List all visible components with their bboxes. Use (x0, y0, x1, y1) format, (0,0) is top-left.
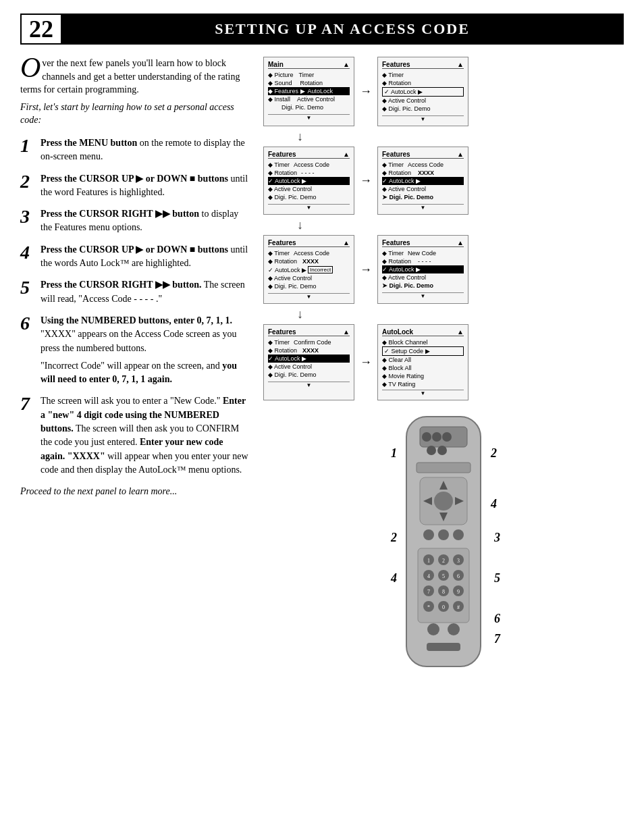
screen-f5-footer: ▼ (382, 292, 464, 299)
svg-text:7: 7 (494, 632, 501, 646)
screen-al-item3: ◆ Clear All (382, 356, 464, 364)
screen-f4-item2: ◆ Rotation XXXX (268, 257, 350, 265)
screen-main-item4: ◆ InstallActive Control (268, 95, 350, 103)
intro-paragraph2: First, let's start by learning how to se… (20, 101, 250, 127)
screen-f5-item4: ◆ Active Control (382, 273, 464, 282)
screen-f5-item3: ✓ AutoLock ▶ (382, 265, 464, 273)
svg-text:6: 6 (457, 573, 460, 579)
right-column: Main▲ ◆ PictureTimer ◆ SoundRotation ◆ F… (263, 57, 624, 687)
screen-f2-footer: ▼ (268, 204, 350, 211)
svg-point-16 (453, 529, 464, 540)
screen-main-item2: ◆ SoundRotation (268, 79, 350, 87)
screen-f6-item4: ◆ Active Control (268, 363, 350, 371)
main-content: O ver the next few panels you'll learn h… (20, 57, 624, 687)
svg-text:1: 1 (427, 558, 430, 564)
step6-title: Using the NUMBERED buttons, enter 0, 7, … (41, 315, 232, 325)
screen-features-3-title: Features▲ (382, 151, 464, 159)
screen-features-6: Features▲ ◆ Timer Confirm Code ◆ Rotatio… (263, 324, 354, 400)
step1-title: Press the MENU button (41, 138, 137, 148)
screen-row-4: Features▲ ◆ Timer Confirm Code ◆ Rotatio… (263, 324, 624, 400)
screen-f3-item4: ◆ Active Control (382, 185, 464, 193)
intro-text: O ver the next few panels you'll learn h… (20, 57, 250, 127)
page-header: 22 Setting Up an Access Code (20, 14, 624, 45)
svg-text:9: 9 (457, 589, 460, 595)
step-content-2: Press the CURSOR UP ▶ or DOWN ■ buttons … (41, 172, 250, 200)
screen-features-5-title: Features▲ (382, 239, 464, 247)
arrow-right-4: → (360, 324, 372, 400)
svg-text:*: * (427, 604, 430, 610)
svg-text:1: 1 (391, 446, 397, 460)
screen-f6-item5: ◆ Digi. Pic. Demo (268, 371, 350, 379)
step-number-5: 5 (20, 278, 35, 297)
bottom-text: Proceed to the next panel to learn more.… (20, 486, 250, 497)
step6-text: "XXXX" appears on the Access Code screen… (41, 329, 237, 352)
svg-text:4: 4 (490, 497, 497, 510)
screen-f4-item1: ◆ Timer Access Code (268, 249, 350, 257)
screen-features-4-title: Features▲ (268, 239, 350, 247)
svg-point-42 (427, 623, 439, 635)
screen-f1-item3: ✓ AutoLock ▶ (382, 87, 464, 97)
svg-text:3: 3 (493, 531, 500, 544)
svg-point-2 (422, 432, 431, 442)
svg-text:5: 5 (442, 573, 445, 579)
page-title: Setting Up an Access Code (215, 20, 470, 38)
screen-f1-item1: ◆ Timer (382, 71, 464, 79)
screen-al-item2: ✓ Setup Code ▶ (382, 346, 464, 356)
page-title-box: Setting Up an Access Code (62, 15, 622, 43)
screen-f5-item1: ◆ Timer New Code (382, 249, 464, 257)
screen-f2-item1: ◆ Timer Access Code (268, 161, 350, 169)
screen-f3-item1: ◆ Timer Access Code (382, 161, 464, 169)
step-number-7: 7 (20, 394, 35, 413)
remote-control-svg: 1 2 3 4 5 6 7 8 9 * 0 # 1 2 (369, 410, 518, 687)
steps-list: 1 Press the MENU button on the remote to… (20, 136, 250, 477)
screen-f1-item2: ◆ Rotation (382, 79, 464, 87)
step-4: 4 Press the CURSOR UP ▶ or DOWN ■ button… (20, 243, 250, 271)
svg-text:7: 7 (427, 589, 430, 595)
screen-f1-item5: ◆ Digi. Pic. Demo (382, 105, 464, 113)
svg-text:5: 5 (494, 571, 500, 585)
arrow-right-2: → (360, 147, 372, 215)
svg-text:4: 4 (427, 573, 430, 579)
step-content-1: Press the MENU button on the remote to d… (41, 136, 250, 164)
svg-point-43 (448, 623, 460, 635)
screen-features-2: Features▲ ◆ Timer Access Code ◆ Rotation… (263, 147, 354, 215)
remote-section: 1 2 3 4 5 6 7 8 9 * 0 # 1 2 (263, 410, 624, 687)
screen-features-5: Features▲ ◆ Timer New Code ◆ Rotation - … (377, 235, 468, 304)
screen-f3-footer: ▼ (382, 204, 464, 211)
svg-rect-7 (417, 463, 471, 473)
screen-main-footer: ▼ (268, 114, 350, 121)
left-column: O ver the next few panels you'll learn h… (20, 57, 250, 687)
screen-f4-footer: ▼ (268, 293, 350, 300)
screen-f6-item1: ◆ Timer Confirm Code (268, 338, 350, 346)
step-7: 7 The screen will ask you to enter a "Ne… (20, 394, 250, 477)
step2-title: Press the CURSOR UP ▶ or DOWN ■ buttons (41, 174, 228, 184)
arrow-right-1: → (360, 57, 372, 126)
screen-features-1: Features▲ ◆ Timer ◆ Rotation ✓ AutoLock … (377, 57, 468, 126)
screen-features-1-title: Features▲ (382, 61, 464, 69)
svg-text:0: 0 (442, 604, 445, 610)
arrow-right-3: → (360, 235, 372, 304)
svg-text:4: 4 (390, 571, 397, 585)
screen-features-2-title: Features▲ (268, 151, 350, 159)
screen-main-item1: ◆ PictureTimer (268, 71, 350, 79)
svg-text:3: 3 (457, 558, 460, 564)
step-number-3: 3 (20, 207, 35, 226)
screen-features-6-title: Features▲ (268, 328, 350, 336)
screen-al-item1: ◆ Block Channel (382, 338, 464, 346)
screen-f2-item5: ◆ Digi. Pic. Demo (268, 193, 350, 201)
svg-point-3 (432, 432, 441, 442)
step-1: 1 Press the MENU button on the remote to… (20, 136, 250, 164)
screen-f2-item2: ◆ Rotation - - - - (268, 169, 350, 177)
step-content-6: Using the NUMBERED buttons, enter 0, 7, … (41, 314, 250, 386)
svg-point-5 (427, 446, 436, 455)
screen-main-item3: ◆ Features ▶AutoLock (268, 87, 350, 95)
screen-row-2: Features▲ ◆ Timer Access Code ◆ Rotation… (263, 147, 624, 215)
svg-text:#: # (457, 604, 460, 610)
screen-f4-item3: ✓ AutoLock ▶Incorrect (268, 265, 350, 274)
row-arrow-2: ↓ (263, 219, 624, 231)
step5-title: Press the CURSOR RIGHT ▶▶ button. (41, 280, 202, 290)
screen-f1-footer: ▼ (382, 115, 464, 122)
screen-features-3: Features▲ ◆ Timer Access Code ◆ Rotation… (377, 147, 468, 215)
step7-intro: The screen will ask you to enter a "New … (41, 396, 223, 406)
intro-paragraph1: O ver the next few panels you'll learn h… (20, 57, 250, 97)
